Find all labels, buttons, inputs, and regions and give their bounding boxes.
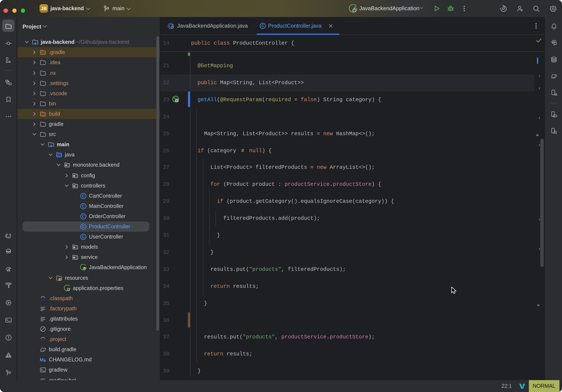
svg-text:C: C: [82, 194, 85, 198]
svg-text:C: C: [82, 204, 85, 208]
svg-text:C: C: [82, 235, 85, 239]
svg-text:C: C: [82, 214, 85, 219]
svg-text:C: C: [82, 225, 85, 229]
svg-text:M: M: [40, 357, 44, 363]
svg-text:C: C: [261, 24, 264, 28]
